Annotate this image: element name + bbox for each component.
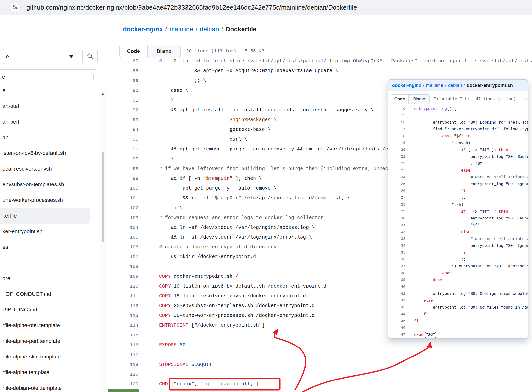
breadcrumb-link[interactable]: docker-nginx: [123, 25, 163, 33]
line-number[interactable]: 90: [106, 86, 145, 95]
browser-url-bar[interactable]: github.com/nginxinc/docker-nginx/blob/9a…: [0, 0, 532, 15]
breadcrumb-link[interactable]: docker-nginx: [392, 83, 421, 88]
line-number[interactable]: 116: [106, 340, 145, 350]
line-number[interactable]: 26: [388, 188, 409, 195]
line-number[interactable]: 91: [106, 95, 145, 105]
line-number[interactable]: 33: [388, 236, 409, 242]
line-number[interactable]: 92: [106, 105, 145, 115]
line-number[interactable]: 89: [106, 76, 145, 86]
line-number[interactable]: 113: [106, 311, 145, 321]
line-number[interactable]: 119: [106, 369, 145, 379]
line-number[interactable]: 115: [106, 330, 145, 340]
line-number[interactable]: 110: [106, 281, 145, 291]
scrollbar-thumb[interactable]: [102, 152, 104, 242]
file-tree-item[interactable]: ore: [0, 271, 100, 286]
popup-tab-blame[interactable]: Blame: [408, 95, 429, 104]
line-number[interactable]: 95: [106, 135, 145, 144]
file-tree-item[interactable]: an-perl: [0, 114, 100, 130]
line-number[interactable]: 87: [106, 59, 145, 66]
line-number[interactable]: 17: [388, 126, 409, 133]
line-number[interactable]: 97: [106, 154, 145, 164]
line-number[interactable]: 112: [106, 301, 145, 311]
line-number[interactable]: 41: [388, 290, 409, 297]
line-number[interactable]: 103: [106, 213, 145, 223]
breadcrumb-link[interactable]: mainline: [169, 25, 193, 33]
line-number[interactable]: 111: [106, 291, 145, 301]
line-number[interactable]: 23: [388, 167, 409, 174]
line-number[interactable]: 45: [388, 318, 409, 325]
line-number[interactable]: 47: [388, 332, 409, 338]
file-tree-item[interactable]: ker-entrypoint.sh: [0, 224, 100, 239]
line-number[interactable]: 6: [388, 107, 409, 112]
line-number[interactable]: 96: [106, 144, 145, 154]
file-tree-item[interactable]: an-otel: [0, 98, 100, 114]
line-number[interactable]: 25: [388, 181, 409, 188]
line-number[interactable]: 15: [388, 112, 409, 119]
line-number[interactable]: 107: [106, 252, 145, 262]
line-number[interactable]: 29: [388, 208, 409, 215]
line-number[interactable]: 102: [106, 203, 145, 213]
line-number[interactable]: 99: [106, 174, 145, 184]
scrollbar-up-arrow[interactable]: ▲: [101, 92, 104, 95]
search-button[interactable]: [82, 49, 98, 64]
file-tree-item[interactable]: envsubst-on-templates.sh: [0, 177, 100, 192]
file-tree-item[interactable]: _OF_CONDUCT.md: [0, 286, 100, 302]
line-number[interactable]: 105: [106, 232, 145, 242]
file-tree-item[interactable]: rfile-alpine.template: [0, 365, 100, 380]
line-number[interactable]: 108: [106, 262, 145, 272]
file-tree-item[interactable]: une-worker-processes.sh: [0, 192, 100, 208]
line-number[interactable]: 117: [106, 350, 145, 360]
line-number[interactable]: 109: [106, 272, 145, 281]
line-number[interactable]: 118: [106, 360, 145, 369]
line-number[interactable]: 35: [388, 249, 409, 256]
file-tree-item[interactable]: RIBUTING.md: [0, 302, 100, 318]
line-number[interactable]: 21: [388, 153, 409, 160]
goto-file-input[interactable]: e t: [0, 69, 97, 84]
file-tree-item[interactable]: kerfile: [0, 208, 90, 224]
file-tree-item[interactable]: an: [0, 130, 100, 145]
sidebar-scrollbar[interactable]: ▲: [100, 91, 106, 392]
line-number[interactable]: 100: [106, 184, 145, 193]
line-number[interactable]: 120: [106, 379, 145, 389]
line-number[interactable]: 46: [388, 325, 409, 332]
file-tree-item[interactable]: rfile-alpine-otel.template: [0, 318, 100, 333]
breadcrumb-link[interactable]: debian: [448, 83, 462, 88]
line-number[interactable]: 22: [388, 160, 409, 167]
line-number[interactable]: 43: [388, 304, 409, 311]
breadcrumb-link[interactable]: debian: [200, 25, 219, 33]
popup-tab-code[interactable]: Code: [391, 95, 408, 104]
line-number[interactable]: 88: [106, 66, 145, 76]
line-number[interactable]: 114: [106, 321, 145, 330]
line-number[interactable]: 94: [106, 125, 145, 135]
file-tree-item[interactable]: isten-on-ipv6-by-default.sh: [0, 145, 100, 161]
tab-code[interactable]: Code: [120, 45, 147, 58]
line-number[interactable]: 32: [388, 229, 409, 236]
line-number[interactable]: 101: [106, 193, 145, 203]
file-tree-item[interactable]: rfile-alpine-perl.template: [0, 333, 100, 349]
breadcrumb-link[interactable]: mainline: [426, 83, 443, 88]
line-number[interactable]: 18: [388, 133, 409, 140]
line-number[interactable]: 93: [106, 115, 145, 125]
line-number[interactable]: 30: [388, 215, 409, 222]
site-settings-button[interactable]: [10, 2, 21, 13]
file-tree-item[interactable]: rfile-debian-otel.template: [0, 380, 100, 392]
line-number[interactable]: 39: [388, 277, 409, 284]
line-number[interactable]: 28: [388, 201, 409, 208]
branch-select[interactable]: e: [3, 49, 78, 64]
line-number[interactable]: 38: [388, 270, 409, 277]
line-number[interactable]: 31: [388, 222, 409, 229]
tab-blame[interactable]: Blame: [147, 45, 180, 58]
line-number[interactable]: 24: [388, 174, 409, 181]
line-number[interactable]: 42: [388, 297, 409, 304]
line-number[interactable]: 16: [388, 119, 409, 126]
file-tree-item[interactable]: ocal-resolvers.envsh: [0, 161, 100, 177]
line-number[interactable]: 36: [388, 256, 409, 263]
file-tree-item[interactable]: rfile-alpine-slim.template: [0, 349, 100, 365]
line-number[interactable]: 20: [388, 147, 409, 153]
line-number[interactable]: 44: [388, 311, 409, 318]
line-number[interactable]: 27: [388, 195, 409, 201]
line-number[interactable]: 34: [388, 242, 409, 249]
line-number[interactable]: 98: [106, 164, 145, 174]
line-number[interactable]: 19: [388, 140, 409, 147]
line-number[interactable]: 106: [106, 242, 145, 252]
